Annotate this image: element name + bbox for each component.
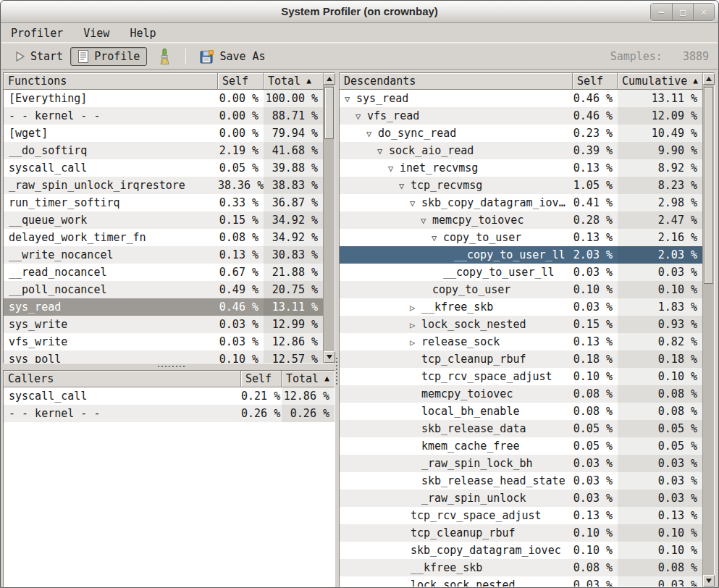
scroll-up-button[interactable] bbox=[324, 73, 335, 85]
table-row[interactable]: sys_write0.03 %12.99 % bbox=[4, 316, 323, 333]
scrollbar-thumb[interactable] bbox=[324, 87, 334, 139]
table-row[interactable]: syscall_call0.05 %39.88 % bbox=[4, 159, 323, 177]
scroll-down-button[interactable] bbox=[324, 351, 335, 363]
table-row[interactable]: _raw_spin_lock_bh0.03 %0.03 % bbox=[340, 455, 702, 472]
table-row[interactable]: __copy_to_user_ll0.03 %0.03 % bbox=[340, 264, 702, 281]
menu-help[interactable]: Help bbox=[127, 25, 158, 41]
table-row[interactable]: sys_poll0.10 %12.57 % bbox=[4, 350, 323, 363]
maximize-button[interactable]: □ bbox=[672, 4, 693, 20]
table-row[interactable]: ▽inet_recvmsg0.13 %8.92 % bbox=[340, 159, 702, 177]
profile-button[interactable]: Profile bbox=[70, 47, 147, 66]
table-row[interactable]: ▽memcpy_toiovec0.28 %2.47 % bbox=[340, 211, 702, 229]
table-row[interactable]: __do_softirq2.19 %41.68 % bbox=[4, 142, 323, 159]
titlebar[interactable]: System Profiler (on crownbay) – □ ✕ bbox=[1, 1, 718, 23]
functions-scrollbar[interactable] bbox=[323, 73, 335, 363]
table-row[interactable]: [Everything]0.00 %100.00 % bbox=[4, 90, 323, 107]
table-row[interactable]: __kfree_skb0.08 %0.08 % bbox=[340, 559, 702, 576]
table-row[interactable]: tcp_cleanup_rbuf0.18 %0.18 % bbox=[340, 350, 702, 368]
cell-self-percent: 0.13 % bbox=[218, 246, 264, 264]
table-row[interactable]: tcp_rcv_space_adjust0.10 %0.10 % bbox=[340, 368, 702, 385]
horizontal-pane-splitter[interactable] bbox=[157, 365, 186, 368]
table-row[interactable]: - - kernel - -0.26 %0.26 % bbox=[4, 405, 335, 422]
cell-total-percent: 0.10 % bbox=[618, 281, 702, 298]
table-row[interactable]: - - kernel - -0.00 %88.71 % bbox=[4, 107, 323, 125]
expander-open-icon[interactable]: ▽ bbox=[399, 177, 411, 194]
expander-open-icon[interactable]: ▽ bbox=[388, 160, 400, 177]
table-row[interactable]: ▽sys_read0.46 %13.11 % bbox=[340, 90, 702, 107]
column-header-callers[interactable]: Callers bbox=[4, 371, 241, 387]
table-row[interactable]: ▷__kfree_skb0.03 %1.83 % bbox=[340, 298, 702, 316]
table-row[interactable]: local_bh_enable0.08 %0.08 % bbox=[340, 403, 702, 420]
table-row[interactable]: _raw_spin_unlock_irqrestore38.36 %38.83 … bbox=[4, 177, 323, 194]
table-row[interactable]: memcpy_toiovec0.08 %0.08 % bbox=[340, 385, 702, 403]
table-row[interactable]: ▽vfs_read0.46 %12.09 % bbox=[340, 107, 702, 125]
table-row[interactable]: ▽tcp_recvmsg1.05 %8.23 % bbox=[340, 177, 702, 194]
table-row[interactable]: run_timer_softirq0.33 %36.87 % bbox=[4, 194, 323, 211]
column-header-self[interactable]: Self bbox=[241, 371, 282, 387]
expander-open-icon[interactable]: ▽ bbox=[421, 212, 432, 229]
expander-open-icon[interactable]: ▽ bbox=[366, 125, 378, 142]
cell-function-name: __kfree_skb bbox=[340, 559, 573, 576]
table-row[interactable]: tcp_rcv_space_adjust0.13 %0.13 % bbox=[340, 507, 702, 524]
expander-open-icon[interactable]: ▽ bbox=[432, 230, 443, 246]
expander-open-icon[interactable]: ▽ bbox=[377, 143, 389, 159]
column-header-total[interactable]: Total ▲ bbox=[282, 371, 335, 387]
table-row[interactable]: ▽copy_to_user0.13 %2.16 % bbox=[340, 229, 702, 246]
table-row[interactable]: vfs_write0.03 %12.86 % bbox=[4, 333, 323, 350]
table-row[interactable]: lock_sock_nested0.03 %0.03 % bbox=[340, 576, 702, 587]
table-row[interactable]: delayed_work_timer_fn0.08 %34.92 % bbox=[4, 229, 323, 246]
table-row[interactable]: __read_nocancel0.67 %21.88 % bbox=[4, 264, 323, 281]
table-row[interactable]: tcp_cleanup_rbuf0.10 %0.10 % bbox=[340, 524, 702, 542]
start-button[interactable]: Start bbox=[7, 47, 70, 66]
reset-button[interactable] bbox=[150, 46, 179, 68]
table-row[interactable]: __queue_work0.15 %34.92 % bbox=[4, 211, 323, 229]
table-row[interactable]: [wget]0.00 %79.94 % bbox=[4, 125, 323, 142]
table-row[interactable]: sys_read0.46 %13.11 % bbox=[4, 298, 323, 316]
scroll-down-button[interactable] bbox=[703, 575, 715, 587]
column-header-descendants[interactable]: Descendants bbox=[340, 73, 573, 90]
table-row[interactable]: _raw_spin_unlock0.03 %0.03 % bbox=[340, 490, 702, 507]
expander-closed-icon[interactable]: ▷ bbox=[410, 316, 421, 333]
column-header-self[interactable]: Self bbox=[218, 73, 264, 90]
expander-open-icon[interactable]: ▽ bbox=[345, 91, 356, 107]
descendants-scrollbar[interactable] bbox=[702, 73, 714, 587]
minimize-button[interactable]: – bbox=[651, 4, 672, 20]
close-button[interactable]: ✕ bbox=[693, 4, 714, 20]
descendants-rows: ▽sys_read0.46 %13.11 %▽vfs_read0.46 %12.… bbox=[340, 90, 702, 587]
scrollbar-thumb[interactable] bbox=[704, 87, 713, 284]
table-row[interactable]: copy_to_user0.10 %0.10 % bbox=[340, 281, 702, 298]
table-row[interactable]: ▽do_sync_read0.23 %10.49 % bbox=[340, 125, 702, 142]
save-as-button[interactable]: Save As bbox=[193, 46, 272, 67]
cell-function-name: [Everything] bbox=[4, 90, 218, 107]
cell-function-name: ▽sys_read bbox=[340, 90, 573, 107]
cell-function-name: sys_poll bbox=[4, 350, 218, 363]
table-row[interactable]: skb_copy_datagram_iovec0.10 %0.10 % bbox=[340, 542, 702, 559]
table-row[interactable]: __poll_nocancel0.49 %20.75 % bbox=[4, 281, 323, 298]
column-header-self[interactable]: Self bbox=[573, 73, 618, 90]
cell-total-percent: 12.86 % bbox=[282, 387, 335, 405]
column-header-functions[interactable]: Functions bbox=[4, 73, 218, 90]
table-row[interactable]: __write_nocancel0.13 %30.83 % bbox=[4, 246, 323, 264]
sort-ascending-icon: ▲ bbox=[306, 73, 311, 89]
column-header-total[interactable]: Total ▲ bbox=[264, 73, 323, 90]
expander-closed-icon[interactable]: ▷ bbox=[410, 299, 421, 316]
table-row[interactable]: kmem_cache_free0.05 %0.05 % bbox=[340, 437, 702, 455]
table-row[interactable]: ▽sock_aio_read0.39 %9.90 % bbox=[340, 142, 702, 159]
table-row[interactable]: skb_release_data0.05 %0.05 % bbox=[340, 420, 702, 437]
table-row[interactable]: skb_release_head_state0.03 %0.03 % bbox=[340, 472, 702, 490]
descendants-header: Descendants Self Cumulative ▲ bbox=[340, 73, 702, 90]
cell-self-percent: 0.03 % bbox=[218, 316, 264, 333]
table-row[interactable]: ▷release_sock0.13 %0.82 % bbox=[340, 333, 702, 350]
scroll-up-button[interactable] bbox=[703, 73, 715, 85]
table-row[interactable]: __copy_to_user_ll2.03 %2.03 % bbox=[340, 246, 702, 264]
column-header-cumulative[interactable]: Cumulative ▲ bbox=[618, 73, 702, 90]
expander-open-icon[interactable]: ▽ bbox=[356, 108, 367, 125]
vertical-pane-splitter[interactable] bbox=[335, 357, 338, 386]
expander-closed-icon[interactable]: ▷ bbox=[410, 334, 421, 350]
table-row[interactable]: ▽skb_copy_datagram_iov…0.41 %2.98 % bbox=[340, 194, 702, 211]
menu-view[interactable]: View bbox=[81, 25, 112, 41]
table-row[interactable]: syscall_call0.21 %12.86 % bbox=[4, 387, 335, 405]
table-row[interactable]: ▷lock_sock_nested0.15 %0.93 % bbox=[340, 316, 702, 333]
expander-open-icon[interactable]: ▽ bbox=[410, 195, 421, 211]
menu-profiler[interactable]: Profiler bbox=[9, 25, 65, 41]
